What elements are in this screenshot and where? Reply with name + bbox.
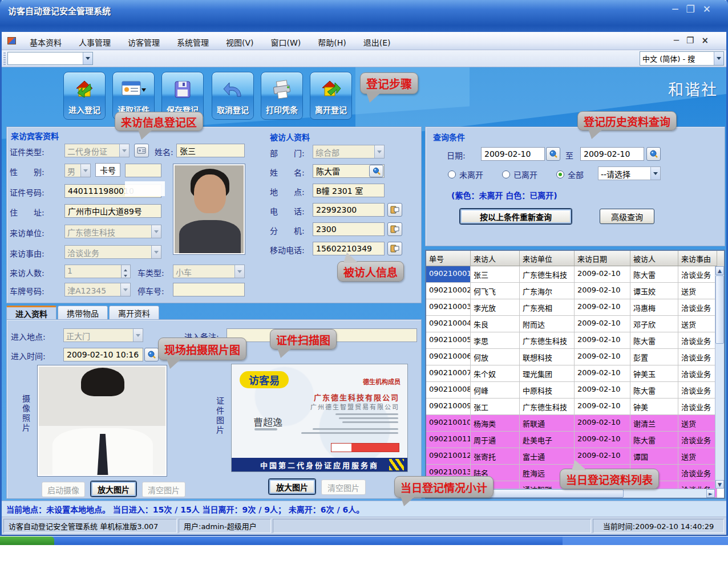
quick-combo[interactable]	[7, 52, 93, 65]
privacy-blur	[125, 181, 165, 196]
print-receipt-button[interactable]: 打印凭条	[261, 72, 303, 120]
scroll-up-icon[interactable]: ▲	[715, 266, 724, 275]
mdi-restore-icon[interactable]: ❐	[686, 35, 701, 46]
vertical-scrollbar[interactable]: ▲ ▼	[715, 266, 724, 489]
entry-time-field[interactable]: 2009-02-10 10:16	[63, 348, 143, 361]
people-count-stepper[interactable]: 1	[64, 265, 131, 278]
cert-type-select[interactable]: 二代身份证	[64, 144, 130, 157]
requery-button[interactable]: 按以上条件重新查询	[460, 209, 572, 224]
card-reader-button[interactable]	[134, 144, 149, 157]
address-field[interactable]: 广州市中山大道89号	[64, 204, 161, 218]
ext-field[interactable]: 2300	[313, 222, 385, 236]
col-header[interactable]: 来访日期	[575, 251, 630, 266]
chevron-down-icon	[650, 167, 660, 180]
menu-help[interactable]: 帮助(H)	[312, 35, 352, 49]
radio-not-left[interactable]: 未离开	[448, 169, 483, 180]
chevron-down-icon[interactable]	[714, 52, 723, 65]
start-camera-button[interactable]: 启动摄像	[42, 482, 85, 497]
entry-location-select[interactable]: 正大门	[63, 328, 143, 342]
menu-hr[interactable]: 人事管理	[72, 35, 117, 49]
menu-system[interactable]: 系统管理	[171, 35, 215, 49]
dial-mobile-button[interactable]	[387, 242, 402, 255]
radio-all[interactable]: 全部	[556, 169, 584, 180]
menu-exit[interactable]: 退出(E)	[357, 35, 397, 49]
dept-select[interactable]: 综合部	[313, 145, 385, 158]
dial-phone-button[interactable]	[387, 203, 402, 217]
tab-leave-info[interactable]: 离开资料	[109, 306, 159, 320]
chevron-down-icon[interactable]	[83, 52, 92, 64]
table-row-not-left[interactable]: 090210010杨海类新联通2009-02-10谢清兰送货	[426, 415, 724, 432]
scroll-down-icon[interactable]: ▼	[715, 480, 724, 489]
col-header[interactable]: 来访单位	[520, 251, 575, 266]
radio-left[interactable]: 已离开	[502, 169, 537, 180]
callout-daily-list: 当日登记资料列表	[560, 469, 659, 489]
tab-carried-items[interactable]: 携带物品	[58, 306, 108, 320]
clear-card-button[interactable]: 清空图片	[321, 479, 366, 495]
date-to-picker-button[interactable]	[646, 147, 661, 161]
leave-registration-button[interactable]: 离开登记	[310, 72, 352, 120]
menu-visitor[interactable]: 访客管理	[122, 35, 166, 49]
parking-no-field[interactable]	[173, 283, 245, 296]
scroll-right-icon[interactable]: ►	[706, 489, 715, 498]
callout-interviewee: 被访人信息	[337, 261, 404, 282]
phone-field[interactable]: 22992300	[313, 203, 385, 217]
status-user-info: 用户:admin-超级用户	[179, 519, 271, 533]
visit-reason-select[interactable]: 洽谈业务	[64, 245, 161, 259]
zoom-card-button[interactable]: 放大图片	[269, 479, 316, 494]
chevron-down-icon	[151, 246, 161, 258]
filter-select[interactable]: --请选择	[598, 166, 661, 180]
camera-photo	[37, 365, 167, 477]
col-header[interactable]: 来访事由	[678, 251, 717, 266]
table-row[interactable]: 090210003李光放广东亮相2009-02-10冯惠梅洽谈业务	[426, 299, 724, 316]
dial-ext-button[interactable]	[387, 222, 402, 236]
table-row[interactable]: 090210004朱良附而达2009-02-10邓子欣送货	[426, 316, 724, 332]
card-no-field[interactable]	[125, 164, 161, 177]
col-header[interactable]: 单号	[426, 251, 471, 266]
magnifier-icon	[147, 350, 156, 359]
query-panel	[425, 127, 725, 246]
clear-photo-button[interactable]: 清空图片	[142, 482, 185, 497]
minimize-icon[interactable]: ─	[672, 3, 686, 15]
table-row[interactable]: 090210006何放联想科技2009-02-10彭置洽谈业务	[426, 349, 724, 365]
visit-company-select[interactable]: 广东德生科技	[64, 225, 161, 238]
visitor-name-field[interactable]: 张三	[176, 144, 245, 157]
close-icon[interactable]: ✕	[703, 3, 719, 15]
table-row[interactable]: 090210009张工广东德生科技2009-02-10钟美洽谈业务	[426, 399, 724, 415]
date-to-field[interactable]: 2009-02-10	[580, 147, 644, 161]
col-header[interactable]: 被访人	[630, 251, 678, 266]
zoom-photo-button[interactable]: 放大图片	[91, 481, 136, 497]
gender-select[interactable]: 男	[64, 164, 91, 177]
location-field[interactable]: B幢 2301 室	[313, 184, 385, 197]
entry-time-picker-button[interactable]	[144, 348, 159, 361]
mdi-minimize-icon[interactable]: ─	[674, 35, 686, 46]
scrollbar-thumb[interactable]	[715, 275, 724, 344]
menu-window[interactable]: 窗口(W)	[265, 35, 308, 49]
undo-arrow-icon	[221, 78, 244, 101]
table-row[interactable]: 090210001张三广东德生科技2009-02-10陈大雷洽谈业务	[426, 266, 724, 283]
table-row[interactable]: 090210007朱个奴理光集团2009-02-10钟美玉洽谈业务	[426, 365, 724, 382]
start-button[interactable]	[0, 536, 54, 545]
mdi-close-icon[interactable]: ×	[701, 35, 716, 46]
table-row[interactable]: 090210002何飞飞广东海尔2009-02-10谭玉姣送货	[426, 283, 724, 299]
taskbar[interactable]	[0, 536, 728, 545]
table-row[interactable]: 090210008何峰中原科技2009-02-10陈大雷洽谈业务	[426, 382, 724, 399]
date-from-picker-button[interactable]	[546, 147, 560, 161]
language-bar[interactable]: 中文 (简体) - 搜	[640, 51, 724, 66]
tab-entry-info[interactable]: 进入资料	[6, 306, 56, 320]
table-row-not-left[interactable]: 090210011周于通赴美电子2009-02-10陈大雷洽谈业务	[426, 432, 724, 448]
enter-registration-button[interactable]: 进入登记	[63, 72, 106, 120]
cancel-registration-button[interactable]: 取消登记	[212, 72, 254, 120]
menu-basic-data[interactable]: 基本资料	[23, 35, 68, 49]
restore-icon[interactable]: ❐	[686, 3, 703, 15]
stepper-arrows-icon[interactable]	[121, 265, 130, 278]
status-app-info: 访客自动登记安全管理系统 单机标准版3.007	[3, 519, 177, 533]
magnifier-icon	[649, 149, 658, 158]
vehicle-type-select[interactable]: 小车	[173, 265, 245, 278]
menu-view[interactable]: 视图(V)	[220, 35, 260, 49]
plate-no-select[interactable]: 津A12345	[64, 283, 131, 296]
col-header[interactable]: 来访人	[471, 251, 520, 266]
table-row[interactable]: 090210005李思广东德生科技2009-02-10陈大雷洽谈业务	[426, 332, 724, 349]
date-from-field[interactable]: 2009-02-10	[481, 147, 545, 161]
search-person-button[interactable]	[369, 165, 383, 177]
advanced-query-button[interactable]: 高级查询	[600, 209, 654, 224]
